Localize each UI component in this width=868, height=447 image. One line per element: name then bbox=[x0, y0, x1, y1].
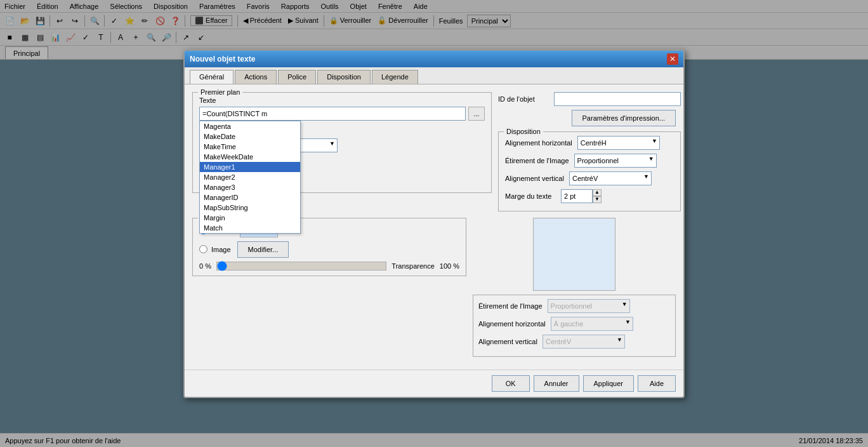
marge-texte-down[interactable]: ▼ bbox=[593, 196, 602, 203]
autocomplete-list: Magenta MakeDate MakeTime MakeWeekDate M… bbox=[200, 121, 300, 233]
transparence-slider[interactable] bbox=[216, 262, 386, 270]
marge-texte-spinner: ▲ ▼ bbox=[561, 189, 602, 203]
image-right-section: Étirement de l'Image Proportionnel Align… bbox=[473, 295, 676, 357]
etirement-img2-wrapper: Proportionnel bbox=[548, 299, 630, 313]
image-radio[interactable] bbox=[199, 245, 207, 253]
params-impression-btn[interactable]: Paramètres d'impression... bbox=[572, 110, 676, 126]
aide-button[interactable]: Aide bbox=[638, 375, 676, 392]
formula-expand-btn[interactable]: ... bbox=[468, 107, 485, 121]
left-col: Premier plan Texte Magenta MakeDat bbox=[192, 92, 492, 218]
marge-texte-input[interactable] bbox=[561, 189, 593, 203]
transparence-left: 0 % bbox=[199, 262, 211, 270]
align-v-select-wrapper: CentréV bbox=[569, 171, 652, 185]
etirement-img-select-wrapper: Proportionnel bbox=[574, 154, 657, 168]
marge-texte-up[interactable]: ▲ bbox=[593, 189, 602, 196]
align-h2-select[interactable]: À gauche bbox=[551, 317, 633, 331]
right-top-col: ID de l'objet Paramètres d'impression...… bbox=[498, 92, 681, 218]
dialog-buttons: OK Annuler Appliquer Aide bbox=[185, 370, 683, 397]
autocomplete-dropdown: Magenta MakeDate MakeTime MakeWeekDate M… bbox=[199, 121, 301, 234]
image-row: Image Modifier... bbox=[199, 241, 459, 258]
dialog-tab-police[interactable]: Police bbox=[278, 70, 316, 84]
ac-item-mapsubstring[interactable]: MapSubString bbox=[200, 203, 300, 213]
annuler-button[interactable]: Annuler bbox=[534, 375, 579, 392]
align-h-select-wrapper: CentréH bbox=[577, 136, 660, 150]
dialog-titlebar: Nouvel objet texte ✕ bbox=[185, 51, 683, 67]
transparence-label: Transparence bbox=[391, 262, 434, 270]
etirement-img2-label: Étirement de l'Image bbox=[478, 302, 542, 310]
bg-left-col: Arrière-plan Couleur Image Modifier... bbox=[192, 218, 466, 362]
ac-item-manager3[interactable]: Manager3 bbox=[200, 182, 300, 192]
marge-texte-spinner-btns: ▲ ▼ bbox=[593, 189, 602, 203]
alignement-v-label: Alignement vertical bbox=[505, 175, 564, 182]
image-radio-label: Image bbox=[211, 246, 231, 253]
marge-texte-row: Marge du texte ▲ ▼ bbox=[505, 189, 674, 203]
marge-texte-label: Marge du texte bbox=[505, 192, 556, 200]
align-v2-wrapper: CentréV bbox=[542, 335, 625, 349]
id-objet-input[interactable] bbox=[554, 92, 681, 106]
ac-item-margin[interactable]: Margin bbox=[200, 213, 300, 223]
align-v2-row: Alignement vertical CentréV bbox=[478, 335, 670, 349]
texte-label: Texte bbox=[199, 97, 216, 104]
align-v2-select[interactable]: CentréV bbox=[542, 335, 625, 349]
dialog-tabs: Général Actions Police Disposition Légen… bbox=[185, 67, 683, 84]
id-objet-row: ID de l'objet bbox=[498, 92, 681, 106]
align-v2-label: Alignement vertical bbox=[478, 338, 537, 345]
etirement-img2-select[interactable]: Proportionnel bbox=[548, 299, 630, 313]
alignement-h-label: Alignement horizontal bbox=[505, 139, 572, 147]
etirement-img-label: Étirement de l'Image bbox=[505, 157, 569, 164]
formula-input[interactable] bbox=[199, 107, 466, 121]
align-h2-row: Alignement horizontal À gauche bbox=[478, 317, 670, 331]
ac-item-maketime[interactable]: MakeTime bbox=[200, 142, 300, 152]
etirement-img-select[interactable]: Proportionnel bbox=[574, 154, 657, 168]
dialog-tab-disposition[interactable]: Disposition bbox=[317, 70, 371, 84]
premier-plan-label: Premier plan bbox=[198, 88, 242, 96]
ac-item-makedate[interactable]: MakeDate bbox=[200, 131, 300, 142]
ac-item-makeweekdate[interactable]: MakeWeekDate bbox=[200, 152, 300, 162]
dialog-content: Premier plan Texte Magenta MakeDat bbox=[185, 84, 683, 370]
ac-item-manager2[interactable]: Manager2 bbox=[200, 172, 300, 182]
disposition-group: Disposition Alignement horizontal Centré… bbox=[498, 131, 681, 211]
dialog-overlay: Nouvel objet texte ✕ Général Actions Pol… bbox=[0, 0, 868, 447]
dialog-close-button[interactable]: ✕ bbox=[667, 53, 678, 65]
dialog-tab-legende[interactable]: Légende bbox=[372, 70, 418, 84]
alignement-h-select[interactable]: CentréH bbox=[577, 136, 660, 150]
dialog-tab-actions[interactable]: Actions bbox=[235, 70, 277, 84]
bottom-section: Arrière-plan Couleur Image Modifier... bbox=[192, 218, 676, 362]
dialog-nouvel-objet: Nouvel objet texte ✕ Général Actions Pol… bbox=[183, 50, 685, 398]
ac-item-match[interactable]: Match bbox=[200, 223, 300, 233]
id-objet-label: ID de l'objet bbox=[498, 95, 549, 103]
slider-row: 0 % Transparence 100 % bbox=[199, 262, 459, 270]
preview-box bbox=[533, 218, 615, 291]
etirement-img2-row: Étirement de l'Image Proportionnel bbox=[478, 299, 670, 313]
dialog-tab-general[interactable]: Général bbox=[190, 70, 233, 84]
bg-right-col: Étirement de l'Image Proportionnel Align… bbox=[473, 218, 676, 362]
top-section: Premier plan Texte Magenta MakeDat bbox=[192, 92, 676, 218]
dialog-title: Nouvel objet texte bbox=[190, 55, 255, 63]
formula-row: Magenta MakeDate MakeTime MakeWeekDate M… bbox=[199, 107, 485, 121]
align-h2-label: Alignement horizontal bbox=[478, 320, 546, 328]
appliquer-button[interactable]: Appliquer bbox=[583, 375, 634, 392]
ac-item-magenta[interactable]: Magenta bbox=[200, 121, 300, 131]
ac-item-manager1[interactable]: Manager1 bbox=[200, 162, 300, 172]
align-h-row: Alignement horizontal CentréH bbox=[505, 136, 674, 150]
ac-item-managerid[interactable]: ManagerID bbox=[200, 192, 300, 203]
align-h2-wrapper: À gauche bbox=[551, 317, 633, 331]
align-v-row: Alignement vertical CentréV bbox=[505, 171, 674, 185]
transparence-right: 100 % bbox=[440, 262, 459, 270]
etirement-img-row: Étirement de l'Image Proportionnel bbox=[505, 154, 674, 168]
alignement-v-select[interactable]: CentréV bbox=[569, 171, 652, 185]
modifier-btn[interactable]: Modifier... bbox=[237, 241, 289, 258]
ok-button[interactable]: OK bbox=[492, 375, 530, 392]
premier-plan-group: Premier plan Texte Magenta MakeDat bbox=[192, 92, 492, 193]
disposition-label: Disposition bbox=[504, 128, 543, 135]
